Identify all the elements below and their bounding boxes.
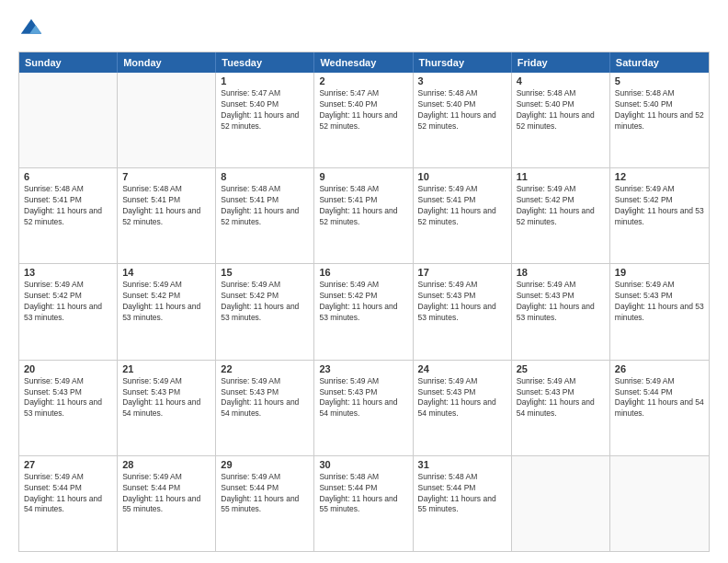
cell-info: Sunrise: 5:48 AM Sunset: 5:40 PM Dayligh… xyxy=(615,88,704,132)
day-number: 26 xyxy=(615,363,704,374)
calendar-cell: 15Sunrise: 5:49 AM Sunset: 5:42 PM Dayli… xyxy=(216,264,314,359)
calendar-cell xyxy=(118,73,216,167)
day-number: 24 xyxy=(418,363,506,374)
day-number: 1 xyxy=(221,75,309,86)
calendar-cell: 19Sunrise: 5:49 AM Sunset: 5:43 PM Dayli… xyxy=(610,264,709,359)
day-number: 3 xyxy=(418,75,506,86)
cell-info: Sunrise: 5:47 AM Sunset: 5:40 PM Dayligh… xyxy=(319,88,407,132)
calendar-cell: 10Sunrise: 5:49 AM Sunset: 5:41 PM Dayli… xyxy=(414,168,512,263)
calendar-cell: 24Sunrise: 5:49 AM Sunset: 5:43 PM Dayli… xyxy=(414,361,512,455)
day-number: 22 xyxy=(221,363,309,374)
day-number: 29 xyxy=(221,459,309,470)
calendar-row: 27Sunrise: 5:49 AM Sunset: 5:44 PM Dayli… xyxy=(19,455,709,551)
cell-info: Sunrise: 5:49 AM Sunset: 5:43 PM Dayligh… xyxy=(615,280,704,324)
calendar-cell: 22Sunrise: 5:49 AM Sunset: 5:43 PM Dayli… xyxy=(216,361,314,455)
cell-info: Sunrise: 5:49 AM Sunset: 5:43 PM Dayligh… xyxy=(418,280,506,324)
calendar-header-cell: Sunday xyxy=(19,52,118,73)
day-number: 20 xyxy=(24,363,112,374)
calendar-header-cell: Wednesday xyxy=(314,52,413,73)
day-number: 12 xyxy=(615,171,704,182)
cell-info: Sunrise: 5:49 AM Sunset: 5:44 PM Dayligh… xyxy=(615,376,704,420)
calendar-cell: 4Sunrise: 5:48 AM Sunset: 5:40 PM Daylig… xyxy=(512,73,610,167)
calendar-cell: 29Sunrise: 5:49 AM Sunset: 5:44 PM Dayli… xyxy=(216,456,314,551)
calendar-header-cell: Thursday xyxy=(414,52,512,73)
day-number: 18 xyxy=(517,267,605,278)
cell-info: Sunrise: 5:48 AM Sunset: 5:41 PM Dayligh… xyxy=(24,184,112,228)
calendar-cell: 26Sunrise: 5:49 AM Sunset: 5:44 PM Dayli… xyxy=(610,361,709,455)
logo xyxy=(18,17,48,42)
cell-info: Sunrise: 5:48 AM Sunset: 5:44 PM Dayligh… xyxy=(418,472,506,516)
calendar-cell: 23Sunrise: 5:49 AM Sunset: 5:43 PM Dayli… xyxy=(314,361,413,455)
calendar-row: 13Sunrise: 5:49 AM Sunset: 5:42 PM Dayli… xyxy=(19,263,709,359)
cell-info: Sunrise: 5:48 AM Sunset: 5:40 PM Dayligh… xyxy=(418,88,506,132)
calendar-cell: 31Sunrise: 5:48 AM Sunset: 5:44 PM Dayli… xyxy=(414,456,512,551)
day-number: 5 xyxy=(615,75,704,86)
cell-info: Sunrise: 5:49 AM Sunset: 5:42 PM Dayligh… xyxy=(517,184,605,228)
cell-info: Sunrise: 5:49 AM Sunset: 5:43 PM Dayligh… xyxy=(122,376,210,420)
cell-info: Sunrise: 5:49 AM Sunset: 5:43 PM Dayligh… xyxy=(517,376,605,420)
day-number: 31 xyxy=(418,459,506,470)
day-number: 10 xyxy=(418,171,506,182)
day-number: 16 xyxy=(319,267,407,278)
calendar-cell: 6Sunrise: 5:48 AM Sunset: 5:41 PM Daylig… xyxy=(19,168,118,263)
cell-info: Sunrise: 5:49 AM Sunset: 5:44 PM Dayligh… xyxy=(122,472,210,516)
calendar-header-cell: Monday xyxy=(118,52,216,73)
cell-info: Sunrise: 5:49 AM Sunset: 5:42 PM Dayligh… xyxy=(122,280,210,324)
calendar-cell: 7Sunrise: 5:48 AM Sunset: 5:41 PM Daylig… xyxy=(118,168,216,263)
cell-info: Sunrise: 5:49 AM Sunset: 5:43 PM Dayligh… xyxy=(517,280,605,324)
calendar-cell: 30Sunrise: 5:48 AM Sunset: 5:44 PM Dayli… xyxy=(314,456,413,551)
calendar-header-cell: Tuesday xyxy=(216,52,314,73)
calendar-header: SundayMondayTuesdayWednesdayThursdayFrid… xyxy=(19,52,709,73)
calendar-cell: 27Sunrise: 5:49 AM Sunset: 5:44 PM Dayli… xyxy=(19,456,118,551)
day-number: 15 xyxy=(221,267,309,278)
cell-info: Sunrise: 5:49 AM Sunset: 5:42 PM Dayligh… xyxy=(615,184,704,228)
cell-info: Sunrise: 5:49 AM Sunset: 5:43 PM Dayligh… xyxy=(24,376,112,420)
day-number: 30 xyxy=(319,459,407,470)
calendar-cell: 3Sunrise: 5:48 AM Sunset: 5:40 PM Daylig… xyxy=(414,73,512,167)
calendar-header-cell: Saturday xyxy=(610,52,709,73)
day-number: 17 xyxy=(418,267,506,278)
cell-info: Sunrise: 5:49 AM Sunset: 5:42 PM Dayligh… xyxy=(319,280,407,324)
cell-info: Sunrise: 5:48 AM Sunset: 5:44 PM Dayligh… xyxy=(319,472,407,516)
day-number: 8 xyxy=(221,171,309,182)
day-number: 28 xyxy=(122,459,210,470)
calendar-header-cell: Friday xyxy=(512,52,610,73)
cell-info: Sunrise: 5:48 AM Sunset: 5:41 PM Dayligh… xyxy=(221,184,309,228)
cell-info: Sunrise: 5:49 AM Sunset: 5:43 PM Dayligh… xyxy=(221,376,309,420)
day-number: 13 xyxy=(24,267,112,278)
calendar-cell: 14Sunrise: 5:49 AM Sunset: 5:42 PM Dayli… xyxy=(118,264,216,359)
cell-info: Sunrise: 5:48 AM Sunset: 5:41 PM Dayligh… xyxy=(122,184,210,228)
calendar-cell: 2Sunrise: 5:47 AM Sunset: 5:40 PM Daylig… xyxy=(314,73,413,167)
header xyxy=(18,17,710,42)
calendar-cell: 9Sunrise: 5:48 AM Sunset: 5:41 PM Daylig… xyxy=(314,168,413,263)
calendar: SundayMondayTuesdayWednesdayThursdayFrid… xyxy=(18,52,710,552)
calendar-row: 20Sunrise: 5:49 AM Sunset: 5:43 PM Dayli… xyxy=(19,360,709,455)
cell-info: Sunrise: 5:49 AM Sunset: 5:43 PM Dayligh… xyxy=(319,376,407,420)
day-number: 7 xyxy=(122,171,210,182)
cell-info: Sunrise: 5:49 AM Sunset: 5:44 PM Dayligh… xyxy=(221,472,309,516)
day-number: 11 xyxy=(517,171,605,182)
day-number: 25 xyxy=(517,363,605,374)
calendar-cell: 18Sunrise: 5:49 AM Sunset: 5:43 PM Dayli… xyxy=(512,264,610,359)
day-number: 9 xyxy=(319,171,407,182)
calendar-cell: 12Sunrise: 5:49 AM Sunset: 5:42 PM Dayli… xyxy=(610,168,709,263)
cell-info: Sunrise: 5:49 AM Sunset: 5:41 PM Dayligh… xyxy=(418,184,506,228)
cell-info: Sunrise: 5:49 AM Sunset: 5:44 PM Dayligh… xyxy=(24,472,112,516)
day-number: 2 xyxy=(319,75,407,86)
cell-info: Sunrise: 5:48 AM Sunset: 5:41 PM Dayligh… xyxy=(319,184,407,228)
calendar-cell: 13Sunrise: 5:49 AM Sunset: 5:42 PM Dayli… xyxy=(19,264,118,359)
calendar-cell: 20Sunrise: 5:49 AM Sunset: 5:43 PM Dayli… xyxy=(19,361,118,455)
day-number: 4 xyxy=(517,75,605,86)
calendar-cell: 5Sunrise: 5:48 AM Sunset: 5:40 PM Daylig… xyxy=(610,73,709,167)
calendar-cell xyxy=(19,73,118,167)
cell-info: Sunrise: 5:49 AM Sunset: 5:43 PM Dayligh… xyxy=(418,376,506,420)
day-number: 6 xyxy=(24,171,112,182)
calendar-cell: 1Sunrise: 5:47 AM Sunset: 5:40 PM Daylig… xyxy=(216,73,314,167)
day-number: 19 xyxy=(615,267,704,278)
day-number: 21 xyxy=(122,363,210,374)
cell-info: Sunrise: 5:48 AM Sunset: 5:40 PM Dayligh… xyxy=(517,88,605,132)
calendar-cell xyxy=(610,456,709,551)
page: SundayMondayTuesdayWednesdayThursdayFrid… xyxy=(0,0,728,563)
calendar-cell: 21Sunrise: 5:49 AM Sunset: 5:43 PM Dayli… xyxy=(118,361,216,455)
calendar-cell: 17Sunrise: 5:49 AM Sunset: 5:43 PM Dayli… xyxy=(414,264,512,359)
